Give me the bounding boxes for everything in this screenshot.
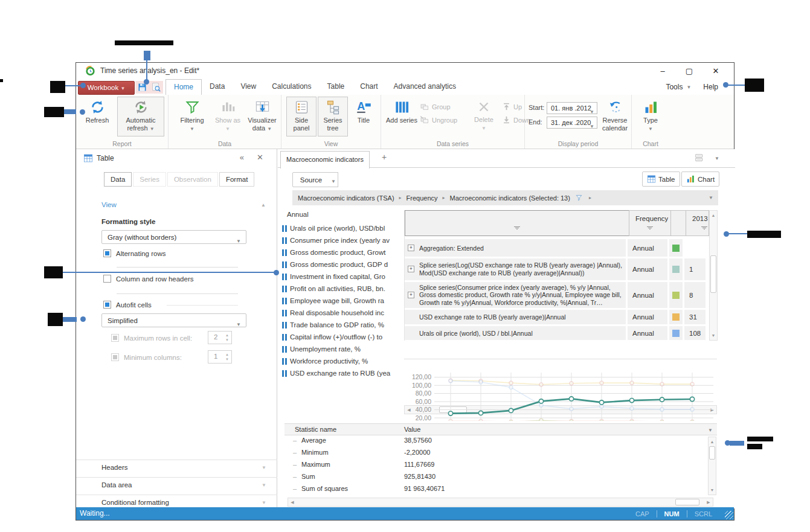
chevron-down-icon[interactable]: ▼ <box>262 482 266 488</box>
autofit-mode-dropdown[interactable]: Simplified▼ <box>101 313 246 327</box>
table-row[interactable]: Urals oil price (world), USD / bbl.|Annu… <box>405 326 707 340</box>
chevron-down-icon[interactable]: ▼ <box>709 195 713 200</box>
tools-menu[interactable]: Tools <box>666 83 683 91</box>
column-header-name[interactable] <box>405 210 629 236</box>
chart-type-button[interactable]: Type▼ <box>637 97 664 132</box>
side-panel-button[interactable]: Side panel <box>286 97 317 136</box>
alternating-rows-checkbox[interactable]: Alternating rows <box>103 249 166 257</box>
series-item[interactable]: Capital inflow (+)/outflow (-) to <box>282 331 400 343</box>
formatting-style-dropdown[interactable]: Gray (without borders)▼ <box>101 230 246 244</box>
stat-row[interactable]: –Sum925,81430 <box>284 473 707 485</box>
series-item[interactable]: Gross domestic product, Growt <box>282 246 400 258</box>
tab-data[interactable]: Data <box>202 79 233 95</box>
chevron-down-icon[interactable]: ▼ <box>715 156 719 161</box>
stat-row[interactable]: –Maximum111,67669 <box>284 461 707 473</box>
end-date-combo[interactable]: 31. дек .2020▼ <box>547 117 597 129</box>
expand-icon[interactable]: + <box>408 245 414 251</box>
scrollbar-thumb[interactable] <box>709 446 715 460</box>
breadcrumb-item[interactable]: Macroeconomic indicators (TSA) <box>298 194 394 202</box>
scroll-down-icon[interactable]: ▼ <box>709 486 716 494</box>
side-panel-tab-data[interactable]: Data <box>104 172 132 187</box>
stat-row[interactable]: –Sum of squares91 963,40671 <box>284 485 707 497</box>
stats-horizontal-scrollbar[interactable]: ◀ ▶ <box>288 498 713 507</box>
breadcrumb-item[interactable]: Frequency <box>407 194 438 202</box>
filter-icon[interactable] <box>575 194 583 202</box>
layout-icon[interactable] <box>695 153 704 162</box>
series-item[interactable]: Profit on all activities, RUB, bn. <box>282 283 400 295</box>
refresh-button[interactable]: Refresh <box>81 97 114 124</box>
title-button[interactable]: A Title <box>350 97 377 124</box>
autofit-cells-checkbox[interactable]: Autofit cells <box>103 301 152 309</box>
expand-icon[interactable]: + <box>408 266 414 272</box>
close-panel-icon[interactable]: ✕ <box>257 153 263 162</box>
table-row[interactable]: +Splice series(Log(USD exchange rate to … <box>405 258 707 280</box>
scroll-up-icon[interactable]: ▲ <box>710 211 717 219</box>
scrollbar-thumb[interactable] <box>710 255 716 293</box>
tab-view[interactable]: View <box>233 79 264 95</box>
side-panel-tab-format[interactable]: Format <box>219 172 254 187</box>
resize-grip[interactable] <box>725 511 733 519</box>
maximize-button[interactable]: ▢ <box>676 63 702 79</box>
chart-view-button[interactable]: Chart <box>681 171 719 187</box>
chevron-down-icon[interactable]: ▼ <box>262 500 266 505</box>
source-dropdown-icon[interactable]: ▼ <box>329 172 338 187</box>
filter-icon[interactable] <box>701 226 707 230</box>
filter-icon[interactable] <box>647 226 653 230</box>
series-item[interactable]: Urals oil price (world), USD/bbl <box>282 222 400 234</box>
breadcrumb-item[interactable]: Macroeconomic indicators (Selected: 13) <box>450 194 570 202</box>
scroll-up-icon[interactable]: ▲ <box>709 438 716 446</box>
section-headers[interactable]: Headers▼ <box>76 460 277 475</box>
tab-advanced-analytics[interactable]: Advanced analytics <box>386 79 464 95</box>
table-row[interactable]: USD exchange rate to RUB (yearly average… <box>405 310 707 324</box>
chevron-down-icon[interactable]: ▼ <box>262 465 266 470</box>
expand-icon[interactable]: + <box>408 292 414 298</box>
series-item[interactable]: Trade balance to GDP ratio, % <box>282 319 400 331</box>
scrollbar-thumb[interactable] <box>675 499 699 505</box>
scroll-right-icon[interactable]: ▶ <box>706 498 712 506</box>
tab-table[interactable]: Table <box>320 79 353 95</box>
collapse-panel-icon[interactable]: « <box>240 153 244 162</box>
scroll-left-icon[interactable]: ◀ <box>289 498 295 506</box>
column-header-year[interactable]: 2013 <box>686 210 709 236</box>
table-row[interactable]: +Aggregation: ExtendedAnnual <box>405 239 707 257</box>
print-preview-icon[interactable] <box>151 82 161 92</box>
chevron-down-icon[interactable]: ▼ <box>708 428 713 433</box>
tab-chart[interactable]: Chart <box>352 79 385 95</box>
scroll-down-icon[interactable]: ▼ <box>710 332 717 339</box>
series-item[interactable]: Gross domestic product, GDP d <box>282 258 400 271</box>
series-item[interactable]: USD exchange rate to RUB (yea <box>282 367 400 379</box>
filter-icon[interactable] <box>514 226 520 230</box>
tab-home[interactable]: Home <box>166 79 202 95</box>
column-header-frequency[interactable]: Frequency <box>629 210 671 236</box>
series-tree-button[interactable]: Series tree <box>318 97 348 136</box>
stats-vertical-scrollbar[interactable]: ▲ ▼ <box>708 437 716 495</box>
automatic-refresh-button[interactable]: Automatic refresh ▼ <box>117 97 164 136</box>
chevron-down-icon[interactable]: ▼ <box>686 85 691 90</box>
view-section-link[interactable]: View <box>101 201 117 208</box>
reverse-calendar-button[interactable]: Reverse calendar <box>599 97 631 132</box>
minimize-button[interactable]: – <box>649 63 676 79</box>
visualizer-data-button[interactable]: Visualizer data ▼ <box>245 97 280 132</box>
help-menu[interactable]: Help <box>703 83 718 91</box>
close-button[interactable]: ✕ <box>702 63 729 79</box>
series-item[interactable]: Employee wage bill, Growth ra <box>282 295 400 307</box>
add-tab-icon[interactable]: + <box>382 152 387 162</box>
tab-calculations[interactable]: Calculations <box>264 79 319 95</box>
add-series-button[interactable]: Add series <box>386 97 417 124</box>
series-item[interactable]: Unemployment rate, % <box>282 343 400 355</box>
series-item[interactable]: Investment in fixed capital, Gro <box>282 271 400 283</box>
table-vertical-scrollbar[interactable]: ▲ ▼ <box>709 210 718 341</box>
source-button[interactable]: Source <box>292 172 330 187</box>
section-data-area[interactable]: Data area▼ <box>76 477 277 492</box>
collapse-section-icon[interactable]: ▲ <box>261 202 266 208</box>
table-view-button[interactable]: Table <box>642 171 680 187</box>
series-item[interactable]: Consumer price index (yearly av <box>282 234 400 246</box>
series-item[interactable]: Real disposable household inc <box>282 307 400 319</box>
stat-row[interactable]: –Minimum-2,20000 <box>284 449 707 461</box>
stat-row[interactable]: –Average38,57560 <box>284 437 707 449</box>
workbook-button[interactable]: Workbook ▼ <box>78 81 135 95</box>
series-item[interactable]: Workforce productivity, % <box>282 355 400 367</box>
table-row[interactable]: +Splice series(Consumer price index (yea… <box>405 282 707 308</box>
start-date-combo[interactable]: 01. янв .2012▼ <box>547 102 597 114</box>
column-row-headers-checkbox[interactable]: Column and row headers <box>103 275 194 283</box>
